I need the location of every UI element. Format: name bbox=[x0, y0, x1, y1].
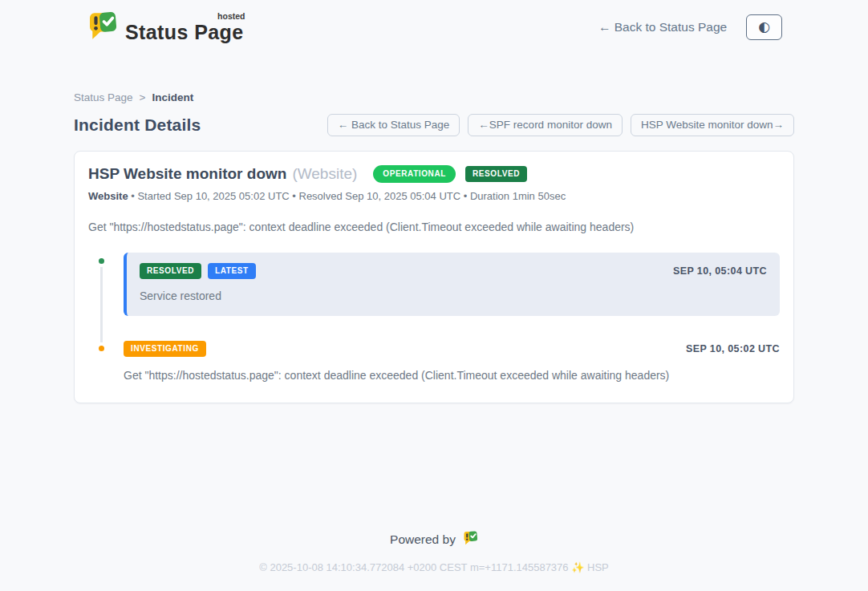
timeline-timestamp: SEP 10, 05:02 UTC bbox=[686, 343, 780, 354]
meta-details: • Started Sep 10, 2025 05:02 UTC • Resol… bbox=[128, 190, 566, 202]
meta-component-name: Website bbox=[88, 190, 128, 202]
incident-title: HSP Website monitor down bbox=[88, 165, 286, 183]
timeline-update-header: INVESTIGATING SEP 10, 05:02 UTC bbox=[124, 341, 780, 357]
prev-incident-button[interactable]: ←SPF record monitor down bbox=[468, 114, 623, 136]
incident-meta: Website • Started Sep 10, 2025 05:02 UTC… bbox=[88, 190, 780, 202]
incident-card: HSP Website monitor down (Website) OPERA… bbox=[74, 151, 794, 403]
timeline-update-card: RESOLVED LATEST SEP 10, 05:04 UTC Servic… bbox=[124, 253, 780, 316]
next-incident-button[interactable]: HSP Website monitor down→ bbox=[631, 114, 794, 136]
brand-name: Status Page bbox=[125, 21, 244, 43]
status-page-logo-icon bbox=[86, 10, 118, 45]
operational-status-badge: OPERATIONAL bbox=[373, 165, 456, 183]
timeline-entry-investigating: INVESTIGATING SEP 10, 05:02 UTC Get "htt… bbox=[88, 340, 780, 382]
theme-toggle-button[interactable]: ◐ bbox=[746, 14, 782, 40]
incident-component: (Website) bbox=[292, 165, 357, 183]
status-page-footer-icon bbox=[462, 530, 478, 549]
incident-title-row: HSP Website monitor down (Website) OPERA… bbox=[88, 165, 780, 183]
breadcrumb-status-page[interactable]: Status Page bbox=[74, 91, 133, 103]
green-status-dot bbox=[95, 255, 107, 267]
resolved-badge: RESOLVED bbox=[140, 263, 201, 279]
back-to-status-page-button[interactable]: ← Back to Status Page bbox=[327, 114, 460, 136]
investigating-badge: INVESTIGATING bbox=[124, 341, 206, 357]
footer: Powered by © 2025-10-08 14:10:34.772084 … bbox=[0, 514, 868, 591]
timeline-update-header: RESOLVED LATEST SEP 10, 05:04 UTC bbox=[140, 263, 767, 279]
header-back-link[interactable]: ← Back to Status Page bbox=[598, 20, 727, 34]
timeline-dot-column bbox=[88, 253, 114, 316]
powered-by-label: Powered by bbox=[390, 532, 456, 547]
timeline-dot-column bbox=[88, 340, 114, 382]
page-title: Incident Details bbox=[74, 115, 201, 135]
breadcrumb-incident: Incident bbox=[152, 91, 193, 103]
timeline-badges: INVESTIGATING bbox=[124, 341, 206, 357]
main-content: Status Page > Incident Incident Details … bbox=[74, 91, 794, 403]
powered-by: Powered by bbox=[0, 530, 868, 549]
timeline-timestamp: SEP 10, 05:04 UTC bbox=[673, 265, 767, 277]
half-circle-icon: ◐ bbox=[758, 18, 770, 34]
brand-wrap: Status Page hosted bbox=[125, 11, 244, 44]
resolved-state-badge: RESOLVED bbox=[465, 166, 527, 182]
incident-nav-buttons: ← Back to Status Page ←SPF record monito… bbox=[327, 114, 794, 136]
latest-badge: LATEST bbox=[208, 263, 256, 279]
breadcrumb-separator: > bbox=[140, 91, 146, 103]
logo-link[interactable]: Status Page hosted bbox=[86, 10, 244, 45]
header: Status Page hosted ← Back to Status Page… bbox=[86, 10, 782, 45]
brand-superscript: hosted bbox=[217, 11, 245, 21]
breadcrumb: Status Page > Incident bbox=[74, 91, 794, 103]
incident-timeline: RESOLVED LATEST SEP 10, 05:04 UTC Servic… bbox=[88, 253, 780, 382]
timeline-message: Get "https://hostedstatus.page": context… bbox=[124, 369, 780, 382]
timeline-entry-resolved: RESOLVED LATEST SEP 10, 05:04 UTC Servic… bbox=[88, 253, 780, 316]
title-row: Incident Details ← Back to Status Page ←… bbox=[74, 114, 794, 136]
timeline-badges: RESOLVED LATEST bbox=[140, 263, 256, 279]
timeline-update-plain: INVESTIGATING SEP 10, 05:02 UTC Get "htt… bbox=[124, 340, 780, 382]
orange-status-dot bbox=[95, 342, 107, 354]
timeline-message: Service restored bbox=[140, 289, 767, 302]
copyright-text: © 2025-10-08 14:10:34.772084 +0200 CEST … bbox=[0, 561, 868, 573]
incident-description: Get "https://hostedstatus.page": context… bbox=[88, 221, 780, 233]
header-right: ← Back to Status Page ◐ bbox=[598, 14, 782, 40]
